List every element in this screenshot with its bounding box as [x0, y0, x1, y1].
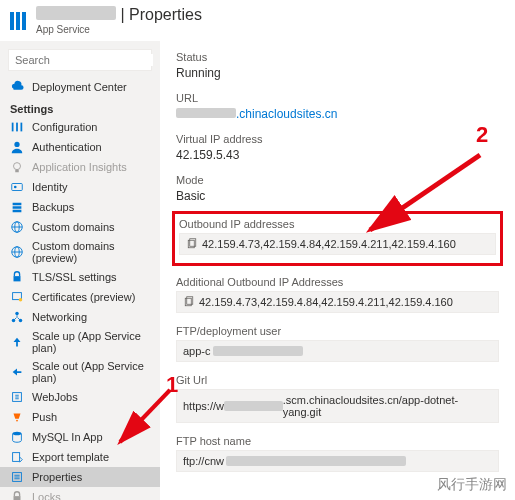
- git-url-label: Git Url: [176, 374, 499, 386]
- nav-application-insights[interactable]: Application Insights: [0, 157, 160, 177]
- status-label: Status: [176, 51, 499, 63]
- cloud-icon: [10, 80, 24, 94]
- additional-outbound-label: Additional Outbound IP Addresses: [176, 276, 499, 288]
- annotation-2: 2: [476, 122, 488, 148]
- ftp-host-value: ftp://cnw: [183, 455, 224, 467]
- svg-point-9: [14, 186, 17, 189]
- git-url-box[interactable]: https://w .scm.chinacloudsites.cn/app-do…: [176, 389, 499, 423]
- sliders-icon: [10, 120, 24, 134]
- status-value: Running: [176, 66, 221, 80]
- nav-label: WebJobs: [32, 391, 78, 403]
- nav-networking[interactable]: Networking: [0, 307, 160, 327]
- git-url-prefix: https://w: [183, 400, 224, 412]
- globe-icon: [10, 245, 24, 259]
- mode-value: Basic: [176, 189, 205, 203]
- svg-point-23: [16, 420, 18, 422]
- nav-label: Scale up (App Service plan): [32, 330, 150, 354]
- svg-point-19: [15, 312, 19, 316]
- search-input[interactable]: [15, 54, 153, 66]
- nav-properties[interactable]: Properties: [0, 467, 160, 487]
- vip-label: Virtual IP address: [176, 133, 499, 145]
- svg-point-18: [19, 298, 23, 302]
- bulb-icon: [10, 160, 24, 174]
- nav-deployment-center[interactable]: Deployment Center: [0, 77, 160, 97]
- copy-icon[interactable]: [183, 296, 195, 308]
- nav-label: Configuration: [32, 121, 97, 133]
- nav-certificates[interactable]: Certificates (preview): [0, 287, 160, 307]
- watermark: 风行手游网: [437, 476, 507, 494]
- outbound-value-box[interactable]: 42.159.4.73,42.159.4.84,42.159.4.211,42.…: [179, 233, 496, 255]
- person-icon: [10, 140, 24, 154]
- nav-export-template[interactable]: Export template: [0, 447, 160, 467]
- ftp-user-label: FTP/deployment user: [176, 325, 499, 337]
- copy-icon[interactable]: [186, 238, 198, 250]
- nav-label: Custom domains (preview): [32, 240, 150, 264]
- annotation-1: 1: [166, 372, 178, 398]
- ftp-host-box[interactable]: ftp://cnw: [176, 450, 499, 472]
- outbound-highlight: Outbound IP addresses 42.159.4.73,42.159…: [172, 211, 503, 266]
- nav-label: Export template: [32, 451, 109, 463]
- url-label: URL: [176, 92, 499, 104]
- svg-rect-30: [14, 496, 21, 500]
- svg-point-6: [14, 163, 21, 170]
- push-icon: [10, 410, 24, 424]
- nav-tls-ssl[interactable]: TLS/SSL settings: [0, 267, 160, 287]
- database-icon: [10, 430, 24, 444]
- scale-up-icon: [10, 335, 24, 349]
- svg-rect-2: [12, 123, 14, 132]
- id-icon: [10, 180, 24, 194]
- svg-rect-7: [15, 170, 19, 173]
- page-title: | Properties: [36, 6, 202, 24]
- nav-locks[interactable]: Locks: [0, 487, 160, 500]
- nav-label: Deployment Center: [32, 81, 127, 93]
- page-header: | Properties App Service: [0, 0, 515, 41]
- ftp-host-label: FTP host name: [176, 435, 499, 447]
- ftp-user-value: app-c: [183, 345, 211, 357]
- globe-icon: [10, 220, 24, 234]
- svg-rect-8: [12, 184, 23, 191]
- svg-rect-3: [16, 123, 18, 132]
- git-url-suffix: .scm.chinacloudsites.cn/app-dotnet-yang.…: [283, 394, 492, 418]
- lock-icon: [10, 490, 24, 500]
- nav-mysql[interactable]: MySQL In App: [0, 427, 160, 447]
- ftp-user-box[interactable]: app-c: [176, 340, 499, 362]
- webjobs-icon: [10, 390, 24, 404]
- app-service-icon: [10, 12, 28, 30]
- resource-type: App Service: [36, 24, 202, 35]
- nav-scale-up[interactable]: Scale up (App Service plan): [0, 327, 160, 357]
- nav-label: Authentication: [32, 141, 102, 153]
- nav-label: Backups: [32, 201, 74, 213]
- mode-label: Mode: [176, 174, 499, 186]
- nav-label: Properties: [32, 471, 82, 483]
- nav-label: Push: [32, 411, 57, 423]
- url-value[interactable]: .chinacloudsites.cn: [176, 107, 337, 121]
- nav-label: Locks: [32, 491, 61, 500]
- export-icon: [10, 450, 24, 464]
- nav-label: MySQL In App: [32, 431, 103, 443]
- content-pane: Status Running URL .chinacloudsites.cn V…: [160, 41, 515, 500]
- scale-out-icon: [10, 365, 24, 379]
- svg-rect-25: [13, 453, 20, 462]
- nav-authentication[interactable]: Authentication: [0, 137, 160, 157]
- nav-custom-domains[interactable]: Custom domains: [0, 217, 160, 237]
- nav-configuration[interactable]: Configuration: [0, 117, 160, 137]
- nav-label: Application Insights: [32, 161, 127, 173]
- nav-webjobs[interactable]: WebJobs: [0, 387, 160, 407]
- certificate-icon: [10, 290, 24, 304]
- nav-label: Identity: [32, 181, 67, 193]
- nav-identity[interactable]: Identity: [0, 177, 160, 197]
- additional-outbound-value: 42.159.4.73,42.159.4.84,42.159.4.211,42.…: [199, 296, 453, 308]
- vip-value: 42.159.5.43: [176, 148, 239, 162]
- nav-custom-domains-preview[interactable]: Custom domains (preview): [0, 237, 160, 267]
- sidebar: Deployment Center Settings Configuration…: [0, 41, 160, 500]
- search-box[interactable]: [8, 49, 152, 71]
- nav-scale-out[interactable]: Scale out (App Service plan): [0, 357, 160, 387]
- nav-push[interactable]: Push: [0, 407, 160, 427]
- svg-rect-4: [21, 123, 23, 132]
- section-settings: Settings: [0, 97, 160, 117]
- additional-outbound-box[interactable]: 42.159.4.73,42.159.4.84,42.159.4.211,42.…: [176, 291, 499, 313]
- nav-label: Networking: [32, 311, 87, 323]
- backup-icon: [10, 200, 24, 214]
- nav-backups[interactable]: Backups: [0, 197, 160, 217]
- nav-label: TLS/SSL settings: [32, 271, 117, 283]
